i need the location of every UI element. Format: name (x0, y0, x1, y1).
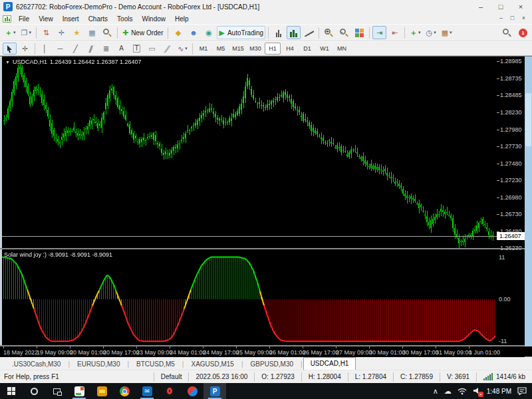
trendline-button[interactable]: ╱ (68, 43, 82, 55)
expert-advisors-button[interactable]: ☻ (186, 26, 200, 39)
horizontal-line-button[interactable]: ─ (53, 43, 67, 55)
taskbar-app-game[interactable] (181, 383, 203, 399)
channel-button[interactable]: ∥ (84, 43, 98, 55)
bar-chart-button[interactable] (271, 26, 285, 39)
timeframe-d1-button[interactable]: D1 (299, 43, 315, 55)
new-order-button[interactable]: ✚New Order (120, 26, 166, 39)
search-button[interactable] (500, 26, 514, 39)
child-restore-button[interactable]: □ (507, 13, 518, 23)
zoom-out-button[interactable]: - (337, 26, 351, 39)
status-volume: V: 3691 (440, 372, 476, 382)
wifi-icon[interactable] (458, 388, 467, 395)
terminal-button[interactable]: ▦ (85, 26, 99, 39)
line-chart-button[interactable] (302, 26, 316, 39)
arrows-button[interactable]: ∿▾ (176, 43, 190, 55)
vertical-scrollbar[interactable] (525, 57, 532, 346)
menu-window[interactable]: Window (137, 13, 170, 24)
minimize-button[interactable]: – (471, 1, 491, 13)
periods-button[interactable]: ◷▾ (424, 26, 438, 39)
profiles-button[interactable]: ❐▾ (19, 26, 33, 39)
autotrading-button[interactable]: ▶AutoTrading (217, 26, 265, 39)
time-tick (136, 346, 137, 348)
notifications-button[interactable]: 1 (515, 26, 529, 39)
volume-muted-icon[interactable]: × (473, 387, 481, 396)
chart-shift-button[interactable]: ⇤ (388, 26, 402, 39)
new-chart-button[interactable]: ＋▾ (3, 26, 18, 39)
navigator-button[interactable]: ★ (70, 26, 84, 39)
menu-file[interactable]: File (14, 13, 34, 24)
horizontal-line-icon: ─ (58, 45, 63, 53)
chart-tab--us30cash-m30[interactable]: .US30Cash,M30 (5, 359, 67, 370)
chart-tab-gbpusd-m30[interactable]: GBPUSD,M30 (244, 359, 300, 370)
tray-expand-chevron-icon[interactable]: ∧ (433, 387, 438, 396)
taskbar-clock[interactable]: 1:48 PM (487, 388, 511, 395)
templates-button[interactable]: ▦▾ (440, 26, 454, 39)
close-button[interactable]: × (511, 1, 531, 13)
price-chart-canvas[interactable] (2, 57, 497, 248)
chart-tab-eurusd-m30[interactable]: EURUSD,M30 (70, 359, 126, 370)
chart-symbol-label[interactable]: ▼ USDCAD,H1 1.26439 1.26442 1.26387 1.26… (5, 59, 142, 65)
price-axis[interactable]: 1.289851.287351.284851.282301.279801.277… (497, 57, 525, 248)
start-button[interactable] (0, 383, 23, 399)
restore-button[interactable]: □ (491, 1, 511, 13)
parallel-lines-button[interactable]: ∥ (160, 43, 174, 55)
timeframe-m1-button[interactable]: M1 (196, 43, 211, 55)
time-axis[interactable]: 18 May 202219 May 09:0020 May 01:0020 Ma… (0, 346, 525, 357)
cursor-button[interactable] (3, 43, 17, 55)
timeframe-m15-button[interactable]: M15 (230, 43, 246, 55)
news-globe-icon: ◉ (205, 29, 212, 37)
indicator-canvas[interactable] (2, 249, 497, 345)
notification-badge: 1 (519, 29, 527, 37)
toolbar-separator (319, 27, 319, 39)
timeframe-m30-button[interactable]: M30 (247, 43, 263, 55)
indicator-axis[interactable]: 110.00-11 (497, 249, 525, 345)
text-button[interactable]: A (114, 43, 128, 55)
chart-tab-usdcad-h1[interactable]: USDCAD,H1 (303, 357, 356, 370)
market-watch-button[interactable]: ⇅ (39, 26, 53, 39)
strategy-tester-button[interactable] (100, 26, 114, 39)
shapes-button[interactable]: ▭ (145, 43, 159, 55)
taskbar-app-mail[interactable]: ✉ (136, 383, 158, 399)
metatrader-window: P 62627702: RoboForex-DemoPro - Demo Acc… (0, 0, 532, 399)
menu-charts[interactable]: Charts (84, 13, 112, 24)
menubar: File View Insert Charts Tools Window Hel… (0, 13, 532, 24)
text-label-button[interactable]: T (130, 43, 144, 55)
taskbar-app-opera[interactable] (158, 383, 181, 399)
price-tick-label: 1.26980 (500, 194, 522, 201)
status-profile[interactable]: Default (154, 372, 189, 382)
indicator-label[interactable]: Solar wind joy :) -8.9091 -8.9091 -8.909… (4, 251, 112, 258)
news-button[interactable]: ◉ (201, 26, 215, 39)
metaeditor-button[interactable]: ◆ (171, 26, 185, 39)
menu-insert[interactable]: Insert (58, 13, 84, 24)
taskbar-app-metatrader[interactable]: P (203, 383, 226, 399)
fibonacci-button[interactable]: ≣ (99, 43, 113, 55)
child-minimize-button[interactable]: – (495, 13, 507, 23)
chart-tab-btcusd-m5[interactable]: BTCUSD,M5 (130, 359, 182, 370)
timeframe-w1-button[interactable]: W1 (317, 43, 332, 55)
taskbar-app-document[interactable] (68, 383, 90, 399)
timeframe-h4-button[interactable]: H4 (282, 43, 298, 55)
timeframe-m5-button[interactable]: M5 (213, 43, 229, 55)
onedrive-cloud-icon[interactable]: ☁ (444, 387, 452, 396)
task-view-button[interactable] (45, 383, 68, 399)
timeframe-mn-button[interactable]: MN (334, 43, 350, 55)
taskbar-app-chrome[interactable] (113, 383, 136, 399)
candlestick-chart-button[interactable] (287, 26, 301, 39)
child-close-button[interactable]: × (518, 13, 529, 23)
data-window-button[interactable]: ✛ (55, 26, 68, 39)
scrollbar-thumb[interactable] (525, 93, 531, 146)
tile-windows-button[interactable] (352, 26, 366, 39)
vertical-line-button[interactable]: │ (38, 43, 52, 55)
timeframe-h1-button[interactable]: H1 (265, 43, 281, 55)
indicators-button[interactable]: ＋▾ (408, 26, 423, 39)
taskbar-app-orange[interactable] (90, 383, 113, 399)
chart-tab-xagusd-m15[interactable]: XAGUSD,M15 (184, 359, 240, 370)
crosshair-button[interactable]: ✛ (18, 43, 32, 55)
action-center-icon[interactable] (517, 387, 527, 395)
menu-tools[interactable]: Tools (112, 13, 137, 24)
zoom-in-button[interactable]: + (322, 26, 336, 39)
menu-view[interactable]: View (34, 13, 58, 24)
menu-help[interactable]: Help (170, 13, 194, 24)
cortana-button[interactable] (23, 383, 45, 399)
auto-scroll-button[interactable]: ⇥ (372, 26, 386, 39)
